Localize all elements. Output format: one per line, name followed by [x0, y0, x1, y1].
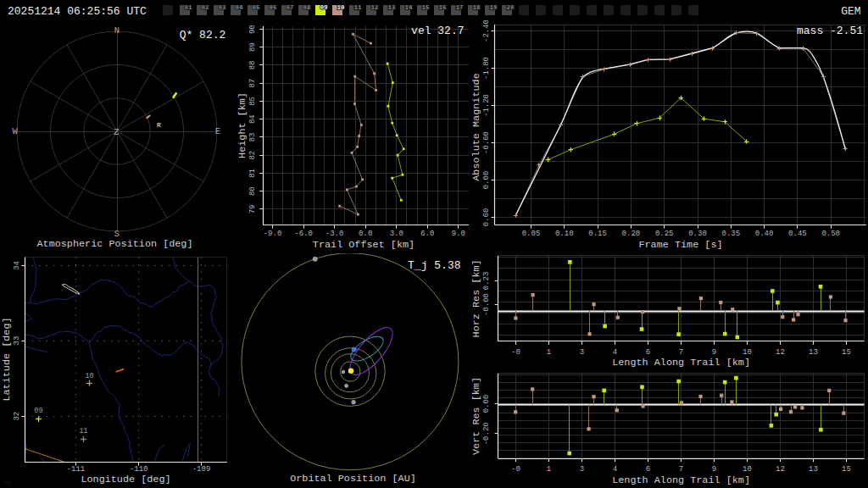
svg-text:-2.40: -2.40 [482, 19, 491, 42]
svg-text:13: 13 [387, 4, 396, 11]
svg-text:Longitude [deg]: Longitude [deg] [81, 474, 170, 485]
svg-text:83: 83 [248, 132, 257, 141]
svg-text:15: 15 [421, 4, 430, 11]
svg-text:05: 05 [252, 4, 260, 11]
svg-text:4: 4 [613, 348, 617, 357]
svg-text:79: 79 [248, 204, 257, 214]
svg-text:Atmospheric Position [deg]: Atmospheric Position [deg] [36, 238, 192, 250]
svg-text:0.10: 0.10 [555, 230, 574, 238]
svg-text:fxw: fxw [3, 480, 11, 485]
svg-text:N: N [114, 25, 120, 36]
svg-text:Q* 82.2: Q* 82.2 [180, 29, 226, 42]
svg-text:85: 85 [248, 97, 257, 106]
svg-text:17: 17 [455, 4, 463, 11]
svg-text:09: 09 [320, 4, 328, 11]
svg-text:Latitude [deg]: Latitude [deg] [1, 317, 13, 401]
svg-text:-0.20: -0.20 [482, 422, 491, 445]
svg-text:Length Along Trail [km]: Length Along Trail [km] [612, 474, 750, 486]
svg-text:3.0: 3.0 [390, 230, 403, 238]
svg-text:11: 11 [79, 427, 87, 435]
svg-text:08: 08 [303, 4, 311, 11]
svg-text:Length Along Trail [km]: Length Along Trail [km] [612, 357, 750, 369]
svg-text:9.0: 9.0 [452, 230, 465, 238]
svg-text:0.0: 0.0 [359, 230, 372, 238]
svg-text:-0.00: -0.00 [482, 293, 491, 316]
svg-text:15: 15 [842, 465, 851, 474]
svg-text:0.50: 0.50 [821, 230, 840, 238]
svg-text:T_j 5.38: T_j 5.38 [408, 259, 460, 272]
svg-text:01: 01 [184, 4, 192, 11]
svg-text:0.25: 0.25 [655, 230, 674, 238]
svg-text:Z: Z [114, 127, 119, 137]
svg-text:-109: -109 [192, 465, 211, 474]
svg-text:GEM: GEM [841, 5, 860, 18]
svg-text:0.00: 0.00 [482, 171, 491, 190]
svg-text:32: 32 [13, 412, 21, 421]
svg-text:Orbital Position [AU]: Orbital Position [AU] [290, 473, 416, 485]
svg-text:0.45: 0.45 [788, 230, 807, 238]
svg-text:0.00: 0.00 [482, 395, 491, 413]
svg-text:7: 7 [679, 465, 683, 474]
svg-text:9: 9 [712, 348, 716, 357]
svg-text:82: 82 [248, 151, 257, 160]
svg-text:13: 13 [809, 348, 818, 357]
svg-text:06: 06 [269, 4, 277, 11]
svg-text:84: 84 [248, 114, 257, 124]
svg-text:6.0: 6.0 [420, 230, 434, 238]
svg-text:19: 19 [489, 4, 498, 11]
svg-text:3: 3 [580, 348, 584, 357]
svg-text:-1.80: -1.80 [482, 57, 491, 80]
svg-text:vel 32.7: vel 32.7 [411, 25, 464, 37]
svg-text:12: 12 [776, 465, 785, 474]
svg-text:10: 10 [337, 4, 345, 11]
svg-text:0.05: 0.05 [522, 230, 541, 238]
svg-text:-0: -0 [511, 348, 520, 357]
svg-text:12: 12 [370, 4, 379, 11]
svg-text:4: 4 [613, 465, 617, 474]
svg-text:6: 6 [646, 465, 650, 474]
svg-text:1: 1 [547, 348, 551, 357]
svg-text:03: 03 [218, 4, 226, 11]
svg-text:Absolute Magnitude: Absolute Magnitude [470, 73, 482, 180]
svg-text:mass -2.51: mass -2.51 [797, 25, 863, 37]
svg-text:Trail Offset [km]: Trail Offset [km] [313, 239, 415, 251]
svg-text:88: 88 [248, 60, 257, 69]
svg-text:04: 04 [235, 4, 243, 11]
svg-text:Height [km]: Height [km] [236, 92, 248, 158]
svg-text:-9.0: -9.0 [264, 230, 282, 238]
svg-text:W: W [13, 126, 19, 136]
svg-text:33: 33 [13, 336, 21, 346]
svg-text:15: 15 [842, 348, 851, 357]
svg-text:6: 6 [646, 348, 650, 357]
svg-text:0.20: 0.20 [622, 230, 641, 238]
svg-text:10: 10 [743, 348, 752, 357]
svg-text:07: 07 [286, 4, 293, 11]
svg-text:14: 14 [404, 4, 413, 11]
svg-text:89: 89 [248, 42, 257, 52]
svg-text:Horz Res [km]: Horz Res [km] [470, 259, 482, 337]
svg-text:81: 81 [248, 169, 257, 178]
svg-text:1: 1 [547, 465, 551, 474]
svg-text:20251214 06:25:56 UTC: 20251214 06:25:56 UTC [8, 5, 147, 18]
svg-text:10: 10 [743, 465, 752, 474]
svg-text:-110: -110 [130, 465, 148, 474]
svg-text:3: 3 [580, 465, 584, 474]
svg-text:-3.0: -3.0 [326, 230, 344, 238]
svg-text:9: 9 [712, 465, 716, 474]
svg-text:87: 87 [248, 79, 257, 88]
svg-text:0.30: 0.30 [688, 230, 707, 238]
svg-text:-0: -0 [511, 465, 520, 474]
svg-text:0.35: 0.35 [721, 230, 740, 238]
svg-text:02: 02 [201, 4, 209, 11]
svg-text:10: 10 [85, 372, 93, 380]
svg-text:Frame Time [s]: Frame Time [s] [638, 239, 722, 251]
svg-text:11: 11 [353, 4, 362, 11]
svg-text:12: 12 [776, 348, 785, 357]
svg-text:34: 34 [13, 261, 21, 270]
svg-text:-111: -111 [67, 465, 86, 474]
svg-text:13: 13 [809, 465, 818, 474]
svg-text:16: 16 [438, 4, 447, 11]
svg-text:Vert Res [km]: Vert Res [km] [470, 377, 482, 455]
svg-text:0.15: 0.15 [588, 230, 607, 238]
svg-text:0.40: 0.40 [755, 230, 774, 238]
